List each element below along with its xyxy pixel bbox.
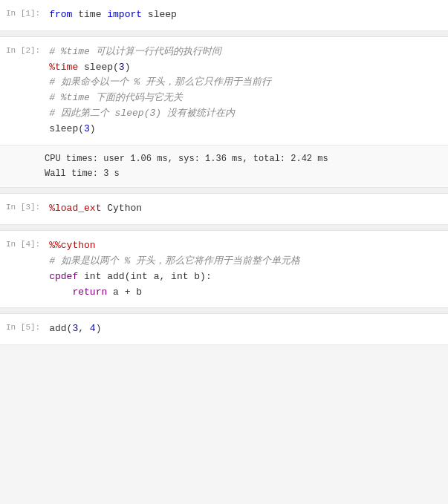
cell-1-content[interactable]: from time import sleep xyxy=(43,0,448,30)
notebook: In [1]: from time import sleep In [2]: #… xyxy=(0,0,448,345)
cell-1-label: In [1]: xyxy=(0,0,43,27)
cell-1-input: In [1]: from time import sleep xyxy=(0,0,448,30)
code-line: %time sleep(3) xyxy=(49,60,439,76)
code-line: add(3, 4) xyxy=(49,321,439,337)
cell-5-input: In [5]: add(3, 4) xyxy=(0,314,448,344)
cell-2[interactable]: In [2]: # %time 可以计算一行代码的执行时间 %time slee… xyxy=(0,37,448,189)
cell-3-label: In [3]: xyxy=(0,194,43,220)
code-line: cpdef int add(int a, int b): xyxy=(49,269,439,285)
cell-2-label: In [2]: xyxy=(0,37,43,64)
keyword: from xyxy=(49,9,72,20)
cell-5-content[interactable]: add(3, 4) xyxy=(43,314,448,344)
cell-3-content[interactable]: %load_ext Cython xyxy=(43,194,448,224)
cell-5[interactable]: In [5]: add(3, 4) xyxy=(0,314,448,345)
output-line: CPU times: user 1.06 ms, sys: 1.36 ms, t… xyxy=(45,151,439,166)
cell-4[interactable]: In [4]: %%cython # 如果是以两个 % 开头，那么它将作用于当前… xyxy=(0,231,448,308)
code-line: # 因此第二个 sleep(3) 没有被统计在内 xyxy=(49,106,439,122)
cell-1[interactable]: In [1]: from time import sleep xyxy=(0,0,448,31)
magic-command: %time xyxy=(49,62,78,73)
cell-2-output: CPU times: user 1.06 ms, sys: 1.36 ms, t… xyxy=(0,145,448,188)
keyword: return xyxy=(72,287,107,298)
cell-separator xyxy=(0,31,448,37)
cell-2-content[interactable]: # %time 可以计算一行代码的执行时间 %time sleep(3) # 如… xyxy=(43,37,448,145)
cell-3[interactable]: In [3]: %load_ext Cython xyxy=(0,194,448,225)
cell-separator xyxy=(0,308,448,314)
cell-4-content[interactable]: %%cython # 如果是以两个 % 开头，那么它将作用于当前整个单元格 cp… xyxy=(43,231,448,307)
cell-5-label: In [5]: xyxy=(0,314,43,341)
code-line: # %time 下面的代码与它无关 xyxy=(49,91,439,106)
cell-2-input: In [2]: # %time 可以计算一行代码的执行时间 %time slee… xyxy=(0,37,448,145)
magic-command: %%cython xyxy=(49,240,95,251)
code-line: %%cython xyxy=(49,238,439,254)
keyword: cpdef xyxy=(49,271,78,282)
code-line: # 如果命令以一个 % 开头，那么它只作用于当前行 xyxy=(49,75,439,91)
cell-4-input: In [4]: %%cython # 如果是以两个 % 开头，那么它将作用于当前… xyxy=(0,231,448,307)
output-line: Wall time: 3 s xyxy=(45,166,439,181)
code-line: %load_ext Cython xyxy=(49,201,439,217)
magic-command: %load_ext xyxy=(49,203,101,214)
code-line: sleep(3) xyxy=(49,122,439,137)
keyword: import xyxy=(107,9,142,20)
cell-separator xyxy=(0,225,448,231)
cell-separator xyxy=(0,188,448,194)
cell-4-label: In [4]: xyxy=(0,231,43,258)
code-line: from time import sleep xyxy=(49,7,439,23)
code-line: # 如果是以两个 % 开头，那么它将作用于当前整个单元格 xyxy=(49,254,439,269)
code-line: # %time 可以计算一行代码的执行时间 xyxy=(49,45,439,60)
cell-3-input: In [3]: %load_ext Cython xyxy=(0,194,448,224)
code-line: return a + b xyxy=(49,285,439,301)
